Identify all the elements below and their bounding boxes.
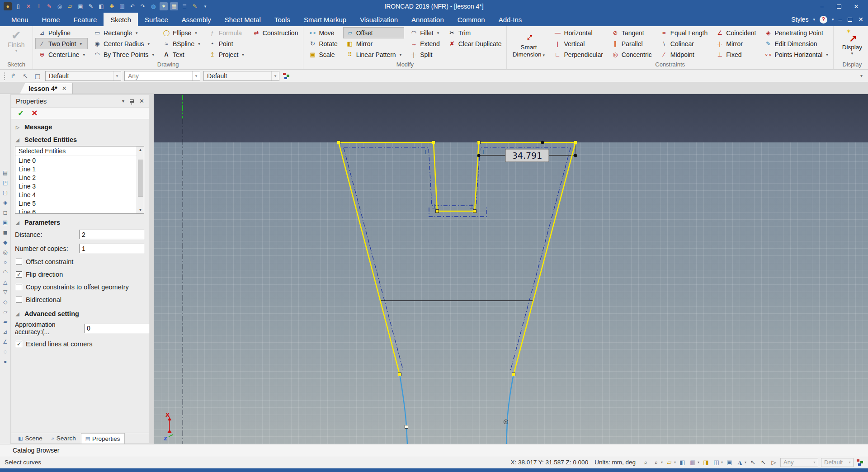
caret-icon[interactable]: ▾ [721, 460, 723, 464]
strip-tool-icon[interactable]: ▢ [3, 190, 8, 195]
panel-menu-caret-icon[interactable]: ▾ [122, 99, 124, 104]
section-advanced-setting[interactable]: ◢ Advanced setting [16, 310, 149, 317]
undo-icon[interactable]: ↶ [128, 2, 137, 10]
fillet-button[interactable]: ◠Fillet [407, 28, 442, 38]
centerline-button[interactable]: ⊕CenterLine [36, 49, 87, 60]
save-icon[interactable]: ▣ [76, 2, 85, 10]
scroll-down-icon[interactable]: ▼ [137, 207, 144, 213]
list-item[interactable]: Line 2 [15, 173, 144, 182]
zoom-icon[interactable]: ⌕ [642, 458, 650, 467]
play-icon[interactable]: ▷ [770, 458, 778, 467]
checkbox-extend-lines[interactable] [16, 341, 22, 347]
tab-surface[interactable]: Surface [138, 13, 175, 26]
spline-curves[interactable] [400, 374, 514, 444]
document-export-icon[interactable]: ✎ [45, 2, 53, 10]
polyline-button[interactable]: ⊿Polyline [36, 28, 87, 38]
approximation-accuracy-field[interactable] [84, 324, 149, 333]
add-shape-icon[interactable]: ✚ [108, 2, 116, 10]
ellipse-button[interactable]: ◯Ellipse [160, 28, 203, 38]
strip-tool-icon[interactable]: ◇ [3, 299, 7, 305]
selected-profile-lines[interactable] [339, 142, 576, 374]
caret-icon[interactable]: ▾ [674, 460, 676, 464]
equal-length-constraint-button[interactable]: =Equal Length [658, 28, 710, 38]
strip-tool-icon[interactable]: ◆ [3, 240, 7, 245]
projection-icon[interactable]: ▣ [726, 458, 733, 467]
strip-tool-icon[interactable]: ⊿ [3, 329, 7, 335]
shape-icon[interactable]: ◧ [97, 2, 105, 10]
bspline-button[interactable]: ≈BSpline [160, 38, 203, 49]
panel-splitter[interactable] [149, 94, 154, 444]
pin-icon[interactable] [130, 99, 134, 103]
document-close-button[interactable]: ✕ [858, 16, 863, 23]
walk-view-icon[interactable]: ▥ [689, 458, 697, 467]
scroll-thumb[interactable] [138, 160, 143, 197]
rotate-button[interactable]: ↻Rotate [306, 38, 340, 49]
selected-entities-list[interactable]: Selected Entities Line 0 Line 1 Line 2 L… [15, 146, 144, 214]
toolbar-drag-handle[interactable] [4, 72, 5, 80]
style-combobox[interactable]: Default▾ [45, 71, 121, 81]
finish-button[interactable]: ✔ Finish ▾ [3, 28, 30, 53]
entity-filter-combobox[interactable]: Any▾ [124, 71, 200, 81]
qat-overflow-icon[interactable]: ▾ [201, 2, 209, 10]
section-parameters[interactable]: ◢ Parameters [16, 219, 149, 226]
tab-assembly[interactable]: Assembly [175, 13, 218, 26]
caret-icon[interactable]: ▾ [745, 460, 746, 464]
horizontal-constraint-button[interactable]: —Horizontal [551, 28, 605, 38]
tab-add-ins[interactable]: Add-Ins [492, 13, 529, 26]
list-scrollbar[interactable]: ▲ ▼ [137, 146, 144, 213]
cancel-button[interactable]: ✕ [31, 109, 38, 118]
toolbar-overflow-icon[interactable]: ▾ [860, 73, 864, 78]
tangent-constraint-button[interactable]: ⊘Tangent [609, 28, 654, 38]
perpendicular-constraint-button[interactable]: ∟Perpendicular [551, 49, 605, 60]
edit-sheet-icon[interactable]: ✎ [87, 2, 95, 10]
combo-caret-icon[interactable]: ▾ [271, 71, 279, 80]
strip-tool-icon[interactable]: ◌ [4, 349, 7, 354]
strip-tool-icon[interactable]: ◎ [3, 250, 7, 255]
split-button[interactable]: -|-Split [407, 49, 442, 60]
smart-dimension-button[interactable]: ↔ Smart Dimension [509, 28, 547, 58]
shaded-view-icon[interactable]: ◧ [679, 458, 686, 467]
panel-close-icon[interactable]: ✕ [139, 98, 144, 104]
strip-tool-icon[interactable]: ◻ [3, 210, 8, 215]
sketch-geometry[interactable]: ⊥ ⊥ ⊥ ⊥ 34.791 [154, 94, 868, 444]
fixed-constraint-button[interactable]: ⊥Fixed [713, 49, 758, 60]
apply-button[interactable]: ✓ [18, 109, 24, 118]
caret-icon[interactable]: ▾ [661, 460, 663, 464]
document-tab[interactable]: lesson 4* ✕ [20, 83, 73, 94]
colinear-constraint-button[interactable]: \Colinear [658, 38, 710, 49]
minimize-button[interactable]: – [818, 3, 826, 10]
tab-menu[interactable]: Menu [5, 13, 35, 26]
caret-icon[interactable]: ▾ [698, 460, 699, 464]
box-select-tool-icon[interactable]: ▢ [33, 71, 42, 80]
tab-annotation[interactable]: Annotation [405, 13, 451, 26]
combo-caret-icon[interactable]: ▾ [113, 71, 121, 80]
sketch-viewport[interactable]: ⊥ ⊥ ⊥ ⊥ 34.791 [154, 94, 868, 444]
tab-search[interactable]: ⌕Search [47, 433, 80, 444]
brush-icon[interactable]: ✎ [191, 2, 199, 10]
scale-button[interactable]: ▣Scale [306, 49, 340, 60]
checkbox-bidirectional[interactable] [16, 297, 22, 303]
strip-tool-icon[interactable]: ▣ [3, 220, 8, 225]
camera-view-icon[interactable]: ▱ [665, 458, 673, 467]
section-selected-entities[interactable]: ◢ Selected Entities [16, 136, 149, 143]
zoom-extent-icon[interactable]: ⌕ [652, 458, 660, 467]
strip-tool-icon[interactable]: ◈ [3, 200, 7, 205]
document-import-icon[interactable]: Ⅰ [35, 2, 43, 10]
tab-tools[interactable]: Tools [268, 13, 297, 26]
pointer-mode-icon[interactable]: ↖ [749, 458, 757, 467]
combo-caret-icon[interactable]: ▾ [192, 71, 200, 80]
strip-tool-icon[interactable]: ▱ [3, 309, 7, 315]
center-radius-button[interactable]: ◉Center Radius [91, 38, 156, 49]
smart-paint-icon[interactable]: ✶ [160, 2, 168, 10]
select-curve-tool-icon[interactable]: ↱ [9, 71, 18, 80]
clear-duplicate-button[interactable]: ✘Clear Duplicate [446, 38, 504, 49]
construction-button[interactable]: ⇄Construction [250, 28, 301, 38]
document-tab-close-icon[interactable]: ✕ [62, 85, 67, 92]
checkbox-flip-direction[interactable] [16, 271, 22, 278]
list-item[interactable]: Line 5 [15, 199, 144, 208]
strip-tool-icon[interactable]: ● [4, 359, 7, 364]
visibility-icon[interactable]: ◫ [712, 458, 720, 467]
styles-button[interactable]: Styles [791, 16, 808, 23]
distance-field[interactable] [79, 230, 144, 239]
ribbon-minimize-button[interactable]: – [838, 16, 842, 23]
